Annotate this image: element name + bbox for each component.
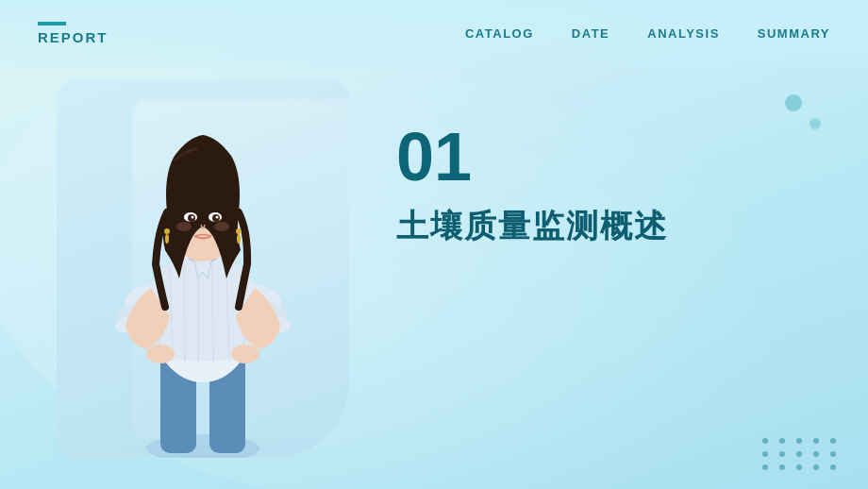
svg-point-21: [165, 234, 169, 244]
dot-grid-item: [830, 464, 836, 470]
report-logo: REPORT: [38, 22, 108, 45]
svg-point-23: [237, 234, 241, 244]
dot-grid-item: [830, 451, 836, 457]
dot-grid-item: [762, 438, 768, 444]
person-svg: [80, 99, 326, 458]
svg-point-24: [176, 222, 192, 231]
svg-point-18: [192, 216, 194, 219]
main-content: RESUME: [0, 66, 868, 489]
dot-grid-item: [779, 451, 785, 457]
section-title: 土壤质量监测概述: [396, 205, 811, 246]
dot-grid-decoration: [762, 438, 840, 470]
nav-date[interactable]: DATE: [572, 26, 609, 41]
svg-point-19: [216, 216, 219, 219]
dot-grid-item: [813, 464, 819, 470]
section-number: 01: [396, 123, 811, 191]
nav-summary[interactable]: SUMMARY: [758, 26, 830, 41]
deco-circle-large: [785, 94, 802, 111]
dot-grid-item: [779, 438, 785, 444]
dot-grid-item: [830, 438, 836, 444]
dot-grid-item: [762, 464, 768, 470]
person-figure: [80, 99, 326, 458]
nav-catalog[interactable]: CATALOG: [465, 26, 534, 41]
dot-grid-item: [779, 464, 785, 470]
dot-grid-item: [762, 451, 768, 457]
dot-grid-item: [813, 451, 819, 457]
dot-grid-item: [796, 438, 802, 444]
svg-point-10: [146, 345, 175, 363]
report-bar: [38, 22, 66, 25]
dot-grid-item: [796, 464, 802, 470]
report-label: REPORT: [38, 29, 108, 45]
svg-point-20: [164, 228, 170, 234]
deco-circle-small: [810, 118, 821, 129]
nav-analysis[interactable]: ANALYSIS: [647, 26, 720, 41]
dot-grid-item: [813, 438, 819, 444]
page-container: REPORT CATALOG DATE ANALYSIS SUMMARY RES…: [0, 0, 868, 489]
dot-grid-item: [796, 451, 802, 457]
svg-point-11: [231, 345, 259, 363]
svg-point-22: [236, 228, 242, 234]
header: REPORT CATALOG DATE ANALYSIS SUMMARY: [0, 0, 868, 66]
hero-content: 01 土壤质量监测概述: [396, 123, 811, 246]
svg-point-25: [214, 222, 229, 231]
person-image-card: [57, 80, 349, 458]
main-nav: CATALOG DATE ANALYSIS SUMMARY: [465, 26, 830, 41]
